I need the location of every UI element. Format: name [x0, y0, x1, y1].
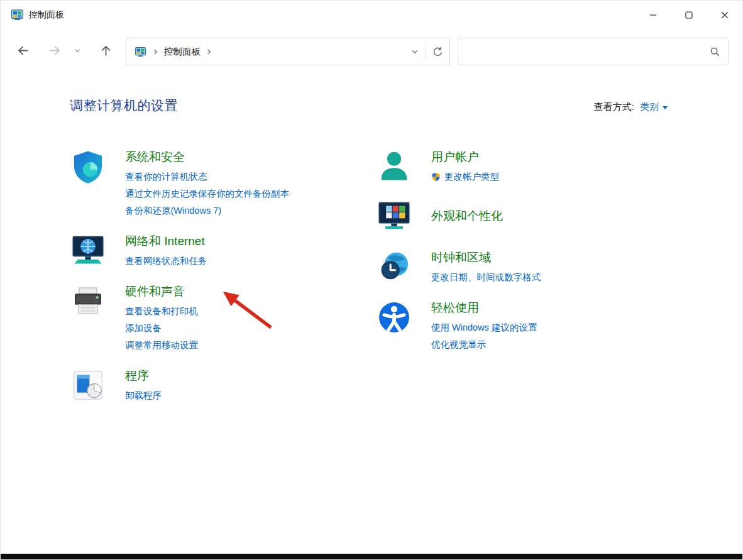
category-item: 轻松使用 使用 Windows 建议的设置优化视觉显示: [376, 300, 668, 353]
category-item: 外观和个性化: [376, 199, 668, 236]
back-button[interactable]: [12, 41, 33, 62]
category-item: 程序 卸载程序: [70, 368, 376, 404]
task-link[interactable]: 调整常用移动设置: [125, 337, 198, 354]
category-title[interactable]: 外观和个性化: [431, 208, 503, 224]
navigation-bar: 控制面板: [1, 33, 742, 70]
task-link-label: 更改日期、时间或数字格式: [431, 269, 541, 286]
task-link-label: 备份和还原(Windows 7): [125, 202, 221, 219]
category-title[interactable]: 用户帐户: [431, 149, 499, 165]
personalization-icon[interactable]: [376, 199, 412, 236]
task-link[interactable]: 备份和还原(Windows 7): [125, 202, 289, 219]
category-item: 硬件和声音 查看设备和打印机添加设备调整常用移动设置: [70, 283, 376, 354]
search-input[interactable]: [466, 38, 704, 65]
clock-region-icon[interactable]: [376, 250, 412, 286]
control-panel-icon: [135, 47, 146, 57]
view-by-control: 查看方式: 类别: [594, 101, 668, 113]
network-internet-icon[interactable]: [70, 233, 106, 270]
view-by-value: 类别: [640, 101, 659, 113]
view-by-label: 查看方式:: [594, 101, 634, 113]
category-title[interactable]: 程序: [125, 368, 162, 384]
category-columns: 系统和安全 查看你的计算机状态通过文件历史记录保存你的文件备份副本备份和还原(W…: [70, 149, 668, 418]
search-icon[interactable]: [709, 46, 720, 57]
category-title[interactable]: 轻松使用: [431, 300, 537, 316]
category-item: 时钟和区域 更改日期、时间或数字格式: [376, 250, 668, 286]
ease-of-access-icon[interactable]: [376, 300, 412, 336]
task-link[interactable]: 卸载程序: [125, 387, 162, 404]
security-shield-icon[interactable]: [70, 149, 106, 185]
task-link[interactable]: 更改帐户类型: [431, 168, 499, 185]
view-by-dropdown[interactable]: 类别: [640, 101, 668, 113]
control-panel-window: 控制面板: [0, 0, 743, 560]
category-column-left: 系统和安全 查看你的计算机状态通过文件历史记录保存你的文件备份副本备份和还原(W…: [70, 149, 376, 418]
control-panel-icon: [11, 9, 23, 21]
category-item: 用户帐户 更改帐户类型: [376, 149, 668, 185]
window-title: 控制面板: [29, 9, 64, 21]
task-link-label: 查看设备和打印机: [125, 303, 198, 320]
task-link[interactable]: 更改日期、时间或数字格式: [431, 269, 541, 286]
task-link[interactable]: 查看设备和打印机: [125, 303, 198, 320]
task-link[interactable]: 通过文件历史记录保存你的文件备份副本: [125, 185, 289, 202]
bottom-black-bar: [1, 554, 742, 559]
address-bar[interactable]: 控制面板: [126, 38, 450, 65]
category-title[interactable]: 网络和 Internet: [125, 233, 207, 250]
user-accounts-icon[interactable]: [376, 149, 412, 185]
breadcrumb-separator-icon: [206, 48, 212, 55]
page-title: 调整计算机的设置: [70, 97, 178, 114]
category-title[interactable]: 系统和安全: [125, 149, 289, 165]
search-box: [458, 38, 729, 65]
recent-pages-chevron-icon: [74, 46, 82, 57]
task-link-label: 更改帐户类型: [444, 168, 499, 185]
minimize-button[interactable]: [635, 1, 671, 29]
recent-pages-dropdown[interactable]: [70, 41, 84, 62]
category-task-links: 查看你的计算机状态通过文件历史记录保存你的文件备份副本备份和还原(Windows…: [125, 168, 289, 219]
refresh-button[interactable]: [432, 47, 443, 57]
category-title[interactable]: 时钟和区域: [431, 250, 541, 266]
task-link[interactable]: 查看网络状态和任务: [125, 253, 207, 270]
main-content: 调整计算机的设置 查看方式: 类别 系统和安全 查看你的计算机状态通过文件历史记…: [1, 97, 742, 418]
category-item: 系统和安全 查看你的计算机状态通过文件历史记录保存你的文件备份副本备份和还原(W…: [70, 149, 376, 219]
category-task-links: 使用 Windows 建议的设置优化视觉显示: [431, 319, 537, 353]
uac-shield-icon: [431, 172, 441, 182]
address-dropdown-button[interactable]: [410, 47, 419, 56]
up-icon: [99, 44, 113, 60]
breadcrumb-separator-icon: [152, 48, 159, 55]
category-column-right: 用户帐户 更改帐户类型 外观和个性化 时钟和区域 更改日期、时间或数字格式 轻松…: [376, 149, 668, 418]
maximize-button[interactable]: [671, 1, 707, 29]
category-task-links: 更改日期、时间或数字格式: [431, 269, 541, 286]
hardware-printer-icon[interactable]: [70, 283, 106, 320]
task-link-label: 使用 Windows 建议的设置: [431, 319, 537, 336]
back-icon: [16, 44, 30, 60]
task-link-label: 查看你的计算机状态: [125, 168, 207, 185]
category-task-links: 更改帐户类型: [431, 168, 499, 185]
category-task-links: 查看网络状态和任务: [125, 253, 207, 270]
category-title[interactable]: 硬件和声音: [125, 283, 198, 300]
task-link[interactable]: 使用 Windows 建议的设置: [431, 319, 537, 336]
address-divider: [426, 44, 426, 59]
task-link[interactable]: 查看你的计算机状态: [125, 168, 289, 185]
up-button[interactable]: [95, 41, 116, 62]
task-link-label: 添加设备: [125, 320, 162, 337]
forward-icon: [48, 44, 62, 60]
category-task-links: 卸载程序: [125, 387, 162, 404]
task-link-label: 查看网络状态和任务: [125, 253, 207, 270]
task-link-label: 优化视觉显示: [431, 336, 486, 353]
category-item: 网络和 Internet 查看网络状态和任务: [70, 233, 376, 270]
window-controls: [635, 1, 742, 29]
task-link-label: 调整常用移动设置: [125, 337, 198, 354]
breadcrumb-item-control-panel[interactable]: 控制面板: [163, 45, 202, 59]
chevron-down-icon: [663, 106, 668, 109]
titlebar: 控制面板: [1, 1, 742, 29]
task-link[interactable]: 添加设备: [125, 320, 198, 337]
task-link-label: 卸载程序: [125, 387, 162, 404]
task-link[interactable]: 优化视觉显示: [431, 336, 537, 353]
close-button[interactable]: [707, 1, 742, 29]
programs-icon[interactable]: [70, 368, 106, 404]
task-link-label: 通过文件历史记录保存你的文件备份副本: [125, 185, 289, 202]
category-task-links: 查看设备和打印机添加设备调整常用移动设置: [125, 303, 198, 354]
forward-button[interactable]: [44, 41, 65, 62]
